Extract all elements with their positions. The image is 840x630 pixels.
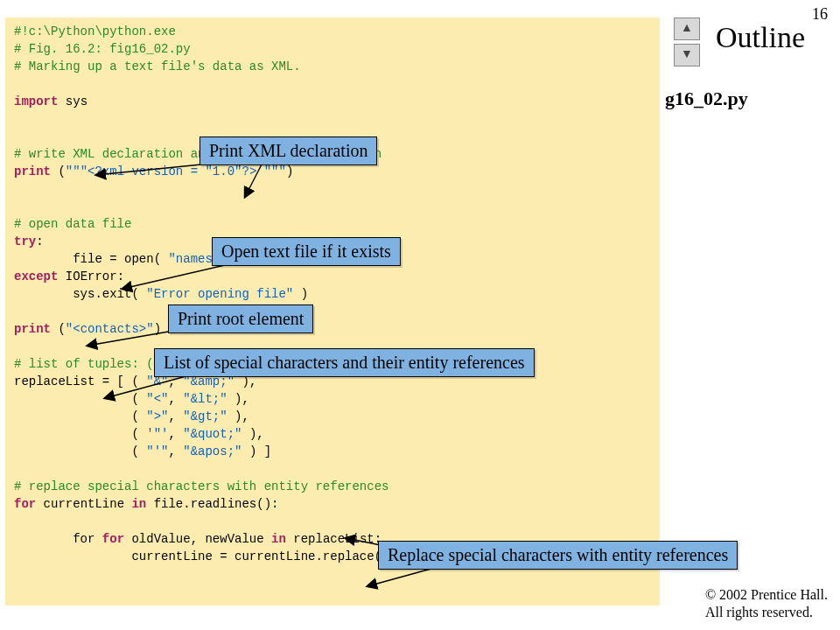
code-text: ) ] — [242, 444, 271, 458]
code-kw: for — [14, 497, 36, 511]
code-text: ( — [14, 444, 146, 458]
code-line: # open data file — [14, 217, 131, 231]
callout-print-root-element: Print root element — [168, 304, 313, 333]
code-str: "<contacts>" — [66, 322, 154, 336]
code-text: for — [14, 532, 94, 546]
callout-replace-special-chars: Replace special characters with entity r… — [378, 541, 738, 570]
code-text: ) — [293, 287, 308, 301]
code-str: "&apos;" — [183, 444, 242, 458]
code-str: """ — [66, 164, 88, 178]
slide: 16 Outline g16_02.py ▲ ▼ #!c:\Python\pyt… — [0, 0, 840, 630]
code-text: ), — [228, 410, 249, 424]
code-str: "&quot;" — [183, 427, 242, 441]
code-str: "&lt;" — [183, 392, 227, 406]
code-text: ) — [286, 164, 293, 178]
code-str: "&gt;" — [183, 410, 227, 424]
nav-up-button[interactable]: ▲ — [674, 18, 700, 40]
nav-down-button[interactable]: ▼ — [674, 44, 700, 66]
code-text: currentLine — [36, 497, 131, 511]
copyright-line2: All rights reserved. — [705, 605, 813, 620]
code-text: ( — [14, 427, 146, 441]
code-text: replaceList: — [286, 532, 382, 546]
code-kw: print — [14, 164, 51, 178]
code-text: , — [168, 444, 183, 458]
code-kw: for — [102, 532, 124, 546]
code-text: sys.exit( — [14, 287, 146, 301]
code-str: ">" — [146, 410, 168, 424]
callout-special-chars-list: List of special characters and their ent… — [154, 348, 535, 377]
callout-open-text-file: Open text file if it exists — [212, 237, 401, 266]
code-kw: in — [271, 532, 286, 546]
code-text: file.readlines(): — [146, 497, 278, 511]
code-str: '"' — [146, 427, 168, 441]
copyright: © 2002 Prentice Hall. All rights reserve… — [705, 586, 828, 621]
code-text: ) — [154, 322, 161, 336]
code-text: ( — [51, 164, 66, 178]
code-str: "'" — [146, 444, 168, 458]
code-text: ), — [228, 392, 249, 406]
code-kw: try — [14, 234, 36, 248]
code-text: ( — [14, 392, 146, 406]
code-text: : — [36, 234, 43, 248]
code-kw — [94, 532, 102, 546]
code-line: # replace special characters with entity… — [14, 480, 388, 494]
code-str: "Error opening file" — [146, 287, 293, 301]
code-text: sys — [58, 94, 88, 108]
code-panel: #!c:\Python\python.exe # Fig. 16.2: fig1… — [5, 18, 660, 606]
code-text: oldValue, newValue — [124, 532, 271, 546]
code-text: ), — [242, 427, 263, 441]
code-text: , — [168, 410, 183, 424]
code-kw: import — [14, 94, 58, 108]
code-line: # Fig. 16.2: fig16_02.py — [14, 42, 191, 56]
code-line: #!c:\Python\python.exe — [14, 24, 176, 38]
code-text: , — [168, 427, 183, 441]
callout-print-xml-declaration: Print XML declaration — [200, 136, 377, 165]
code-kw: except — [14, 270, 58, 284]
code-text: file = open( — [14, 252, 168, 266]
code-str: "<" — [146, 392, 168, 406]
code-kw: in — [131, 497, 146, 511]
code-str: <?xml version = "1.0"?> — [88, 164, 256, 178]
code-line: # Marking up a text file's data as XML. — [14, 60, 301, 74]
code-kw: print — [14, 322, 51, 336]
code-text: IOError: — [58, 270, 124, 284]
code-str: """ — [256, 164, 286, 178]
page-number: 16 — [812, 5, 828, 24]
code-text: , — [168, 392, 183, 406]
code-text: ( — [14, 410, 146, 424]
outline-heading: Outline — [716, 21, 805, 54]
code-text: ( — [51, 322, 66, 336]
code-text: replaceList = [ ( — [14, 374, 146, 388]
filename-label: g16_02.py — [665, 88, 748, 110]
copyright-line1: © 2002 Prentice Hall. — [705, 587, 828, 602]
